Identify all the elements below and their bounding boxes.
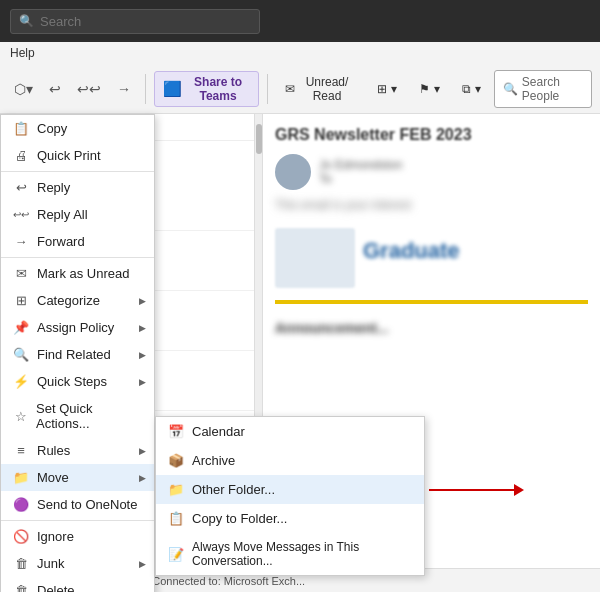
menu-junk-label: Junk <box>37 556 64 571</box>
menu-quicksteps-label: Quick Steps <box>37 374 107 389</box>
flag-dropdown-icon: ▾ <box>434 82 440 96</box>
menu-item-replyall[interactable]: ↩↩ Reply All <box>1 201 154 228</box>
menu-sep-2 <box>1 257 154 258</box>
submenu-item-copytofolder[interactable]: 📋 Copy to Folder... <box>156 504 424 533</box>
calendar-icon: 📅 <box>168 424 184 439</box>
red-arrow-container <box>429 484 524 496</box>
menu-item-quicksteps[interactable]: ⚡ Quick Steps <box>1 368 154 395</box>
junk-icon: 🗑 <box>13 556 29 571</box>
forward-icon: → <box>13 234 29 249</box>
toolbar: ⬡▾ ↩ ↩↩ → 🟦 Share to Teams ✉ Unread/ Rea… <box>0 64 600 114</box>
search-people-label: Search People <box>522 75 583 103</box>
print-icon: 🖨 <box>13 148 29 163</box>
teams-icon: 🟦 <box>163 80 182 98</box>
menu-item-move[interactable]: 📁 Move <box>1 464 154 491</box>
context-menu: 📋 Copy 🖨 Quick Print ↩ Reply ↩↩ Reply Al… <box>0 114 155 592</box>
delete-icon: 🗑 <box>13 583 29 592</box>
menu-item-categorize[interactable]: ⊞ Categorize <box>1 287 154 314</box>
arrow-line <box>429 489 514 491</box>
menu-replyall-label: Reply All <box>37 207 88 222</box>
nav-forward-btn[interactable]: → <box>111 77 137 101</box>
setquickactions-icon: ☆ <box>13 409 28 424</box>
reply-icon: ↩ <box>13 180 29 195</box>
help-label: Help <box>10 46 35 60</box>
quicksteps-icon: ⚡ <box>13 374 29 389</box>
unread-read-label: Unread/ Read <box>299 75 355 103</box>
menu-sep-1 <box>1 171 154 172</box>
apps-dropdown-icon: ▾ <box>391 82 397 96</box>
menu-markasunread-label: Mark as Unread <box>37 266 129 281</box>
status-connected: Connected to: Microsoft Exch... <box>152 575 305 587</box>
submenu-item-otherfolder[interactable]: 📁 Other Folder... <box>156 475 424 504</box>
otherfolder-icon: 📁 <box>168 482 184 497</box>
menu-item-assignpolicy[interactable]: 📌 Assign Policy <box>1 314 154 341</box>
top-search-box[interactable]: 🔍 <box>10 9 260 34</box>
menu-sendtoonenote-label: Send to OneNote <box>37 497 137 512</box>
apps-icon: ⊞ <box>377 82 387 96</box>
flag-button[interactable]: ⚑ ▾ <box>410 71 449 107</box>
help-bar: Help <box>0 42 600 64</box>
nav-archive-btn[interactable]: ⬡▾ <box>8 77 39 101</box>
categorize-icon: ⊞ <box>13 293 29 308</box>
ignore-icon: 🚫 <box>13 529 29 544</box>
search-people-icon: 🔍 <box>503 82 518 96</box>
menu-assignpolicy-label: Assign Policy <box>37 320 114 335</box>
menu-setquickactions-label: Set Quick Actions... <box>36 401 142 431</box>
menu-rules-label: Rules <box>37 443 70 458</box>
onenote-icon: 🟣 <box>13 497 29 512</box>
menu-item-rules[interactable]: ≡ Rules <box>1 437 154 464</box>
menu-item-sendtoonenote[interactable]: 🟣 Send to OneNote <box>1 491 154 518</box>
menu-copy-label: Copy <box>37 121 67 136</box>
apps-button[interactable]: ⊞ ▾ <box>368 71 406 107</box>
view-button[interactable]: ⧉ ▾ <box>453 71 490 107</box>
archive-sub-icon: 📦 <box>168 453 184 468</box>
content-area: By Date ↑ from this folder Wed 15/02 Tue… <box>0 114 600 568</box>
top-bar: 🔍 <box>0 0 600 42</box>
share-teams-label: Share to Teams <box>186 75 251 103</box>
menu-item-forward[interactable]: → Forward <box>1 228 154 255</box>
search-people-box[interactable]: 🔍 Search People <box>494 70 592 108</box>
copy-icon: 📋 <box>13 121 29 136</box>
menu-categorize-label: Categorize <box>37 293 100 308</box>
menu-move-label: Move <box>37 470 69 485</box>
menu-item-junk[interactable]: 🗑 Junk <box>1 550 154 577</box>
view-dropdown-icon: ▾ <box>475 82 481 96</box>
alwaysmove-icon: 📝 <box>168 547 184 562</box>
menu-item-delete[interactable]: 🗑 Delete <box>1 577 154 592</box>
submenu-item-alwaysmove[interactable]: 📝 Always Move Messages in This Conversat… <box>156 533 424 575</box>
nav-back-btn[interactable]: ↩ <box>43 77 67 101</box>
nav-back2-btn[interactable]: ↩↩ <box>71 77 107 101</box>
copytofolder-icon: 📋 <box>168 511 184 526</box>
menu-item-ignore[interactable]: 🚫 Ignore <box>1 523 154 550</box>
search-input[interactable] <box>40 14 251 29</box>
submenu-archive-label: Archive <box>192 453 235 468</box>
move-submenu: 📅 Calendar 📦 Archive 📁 Other Folder... 📋… <box>155 416 425 576</box>
menu-item-quickprint[interactable]: 🖨 Quick Print <box>1 142 154 169</box>
context-menu-overlay: 📋 Copy 🖨 Quick Print ↩ Reply ↩↩ Reply Al… <box>0 114 425 568</box>
menu-ignore-label: Ignore <box>37 529 74 544</box>
share-teams-button[interactable]: 🟦 Share to Teams <box>154 71 260 107</box>
menu-item-findrelated[interactable]: 🔍 Find Related <box>1 341 154 368</box>
toolbar-divider-1 <box>145 74 146 104</box>
move-icon: 📁 <box>13 470 29 485</box>
submenu-item-archive[interactable]: 📦 Archive <box>156 446 424 475</box>
menu-sep-3 <box>1 520 154 521</box>
menu-item-reply[interactable]: ↩ Reply <box>1 174 154 201</box>
submenu-calendar-label: Calendar <box>192 424 245 439</box>
markasunread-icon: ✉ <box>13 266 29 281</box>
flag-icon: ⚑ <box>419 82 430 96</box>
menu-findrelated-label: Find Related <box>37 347 111 362</box>
menu-item-markasunread[interactable]: ✉ Mark as Unread <box>1 260 154 287</box>
menu-delete-label: Delete <box>37 583 75 592</box>
menu-forward-label: Forward <box>37 234 85 249</box>
unread-read-button[interactable]: ✉ Unread/ Read <box>276 71 364 107</box>
submenu-item-calendar[interactable]: 📅 Calendar <box>156 417 424 446</box>
rules-icon: ≡ <box>13 443 29 458</box>
menu-item-setquickactions[interactable]: ☆ Set Quick Actions... <box>1 395 154 437</box>
submenu-otherfolder-label: Other Folder... <box>192 482 275 497</box>
toolbar-divider-2 <box>267 74 268 104</box>
search-icon: 🔍 <box>19 14 34 28</box>
assignpolicy-icon: 📌 <box>13 320 29 335</box>
menu-item-copy[interactable]: 📋 Copy <box>1 115 154 142</box>
submenu-alwaysmove-label: Always Move Messages in This Conversatio… <box>192 540 412 568</box>
